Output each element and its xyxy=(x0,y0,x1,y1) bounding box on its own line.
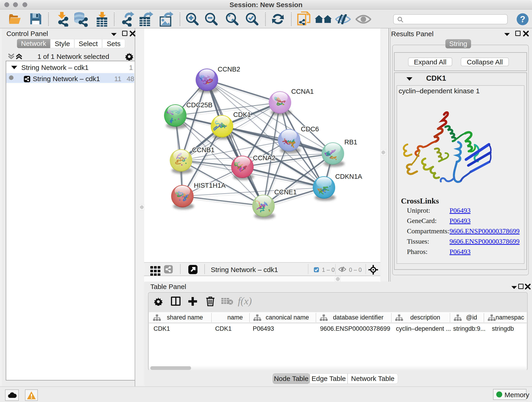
svg-text:CCNA2: CCNA2 xyxy=(253,154,275,162)
svg-text:CCNA1: CCNA1 xyxy=(291,88,314,95)
svg-text:CCNE1: CCNE1 xyxy=(274,188,297,196)
svg-text:CCNB1: CCNB1 xyxy=(192,146,215,153)
svg-text:CDC25B: CDC25B xyxy=(186,101,212,109)
svg-text:RB1: RB1 xyxy=(344,138,357,146)
svg-text:CDC6: CDC6 xyxy=(301,125,319,133)
svg-text:HIST1H1A: HIST1H1A xyxy=(194,182,226,189)
svg-text:CDK1: CDK1 xyxy=(233,111,251,118)
svg-text:CDKN1A: CDKN1A xyxy=(335,173,362,180)
svg-text:CCNB2: CCNB2 xyxy=(218,65,240,73)
